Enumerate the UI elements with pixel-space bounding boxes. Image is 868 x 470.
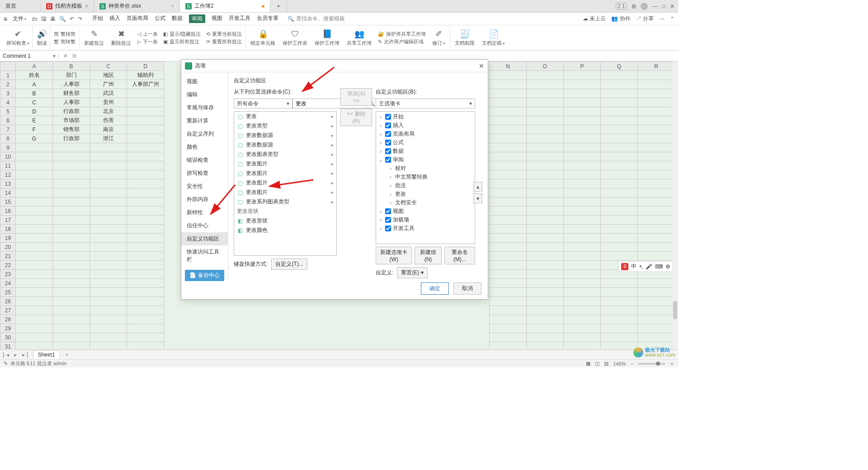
reset-all[interactable]: ⟳ 重置所有批注 xyxy=(206,38,242,45)
show-all-comments[interactable]: ▣ 显示所有批注 xyxy=(163,38,201,45)
side-item[interactable]: 颜色 xyxy=(181,141,228,154)
tree-checkbox[interactable] xyxy=(385,140,391,146)
reset-button[interactable]: 重置(E) ▾ xyxy=(397,267,427,278)
to-simplified[interactable]: 简 繁转简 xyxy=(54,31,75,38)
tab-formula[interactable]: 公式 xyxy=(155,14,165,23)
tab-template[interactable]: D 找稻壳模板 × xyxy=(41,0,94,12)
side-item[interactable]: 编辑 xyxy=(181,88,228,101)
row-header[interactable]: 13 xyxy=(0,179,16,188)
row-header[interactable]: 24 xyxy=(0,279,16,288)
tree-node[interactable]: ›插入 xyxy=(378,121,473,130)
apps-icon[interactable]: ⊞ xyxy=(632,3,636,9)
view-icon[interactable]: ▦ xyxy=(586,361,590,367)
move-up-button[interactable]: ▲ xyxy=(473,182,482,192)
fx-icon[interactable]: fx xyxy=(72,53,76,59)
list-item[interactable]: ◧更改颜色 xyxy=(234,226,336,235)
cell[interactable]: G xyxy=(16,134,53,143)
tree-node[interactable]: ›视图 xyxy=(378,207,473,216)
user-avatar[interactable] xyxy=(641,3,648,10)
tab-view[interactable]: 视图 xyxy=(212,14,222,23)
add-button[interactable]: 添加(A) >> xyxy=(340,88,372,106)
vertical-scrollbar[interactable] xyxy=(672,61,678,349)
zoom-in-icon[interactable]: ＋ xyxy=(670,360,675,367)
cell[interactable] xyxy=(127,107,164,116)
cell[interactable]: 人事部 xyxy=(53,80,90,89)
col-header[interactable]: C xyxy=(90,62,127,71)
list-item[interactable]: ▢更改▸ xyxy=(234,112,336,121)
row-header[interactable]: 20 xyxy=(0,243,16,252)
side-item[interactable]: 错误检查 xyxy=(181,154,228,167)
list-item[interactable]: ▢更改图片▸ xyxy=(234,188,336,197)
maximize-icon[interactable]: □ xyxy=(662,3,665,9)
tree-node[interactable]: ›数据 xyxy=(378,147,473,155)
close-icon[interactable]: ✕ xyxy=(479,62,484,70)
scroll-thumb[interactable] xyxy=(673,301,677,319)
print-icon[interactable]: 🖶 xyxy=(50,16,56,22)
side-item[interactable]: 新特性 xyxy=(181,206,228,219)
view-icon[interactable]: ▥ xyxy=(604,361,609,367)
cell[interactable]: 部门 xyxy=(53,71,90,80)
view-icon[interactable]: ◫ xyxy=(595,361,599,367)
zoom-value[interactable]: 145% xyxy=(613,361,626,367)
chevron-right-icon[interactable]: › xyxy=(388,165,393,172)
preview-icon[interactable]: 🔍 xyxy=(59,16,66,22)
row-header[interactable]: 16 xyxy=(0,207,16,216)
cell[interactable]: 浙江 xyxy=(90,134,127,143)
row-header[interactable]: 14 xyxy=(0,188,16,197)
dropdown-icon[interactable]: ▾ xyxy=(53,53,56,59)
chevron-right-icon[interactable]: › xyxy=(388,183,393,189)
ribbon-del-comment[interactable]: ✖删除批注 xyxy=(108,25,134,50)
row-header[interactable]: 15 xyxy=(0,197,16,207)
customize-shortcut-button[interactable]: 自定义(T)... xyxy=(271,258,307,270)
tree-child[interactable]: ›更改 xyxy=(378,190,473,198)
tree-node[interactable]: ›开发工具 xyxy=(378,224,473,233)
row-header[interactable]: 27 xyxy=(0,306,16,315)
ribbon-protect-book[interactable]: 📘保护工作簿 xyxy=(312,25,342,50)
ime-mic-icon[interactable]: 🎤 xyxy=(646,263,652,270)
cell[interactable] xyxy=(127,98,164,107)
side-item[interactable]: 外部内容 xyxy=(181,193,228,206)
tab-review[interactable]: 审阅 xyxy=(189,14,205,23)
new-tab-button[interactable]: ＋ xyxy=(270,0,287,12)
tree-child[interactable]: ›批注 xyxy=(378,181,473,190)
row-header[interactable]: 9 xyxy=(0,143,16,152)
ok-button[interactable]: 确定 xyxy=(421,282,449,295)
row-header[interactable]: 23 xyxy=(0,270,16,279)
list-item[interactable]: ◧更改形状 xyxy=(234,216,336,226)
row-header[interactable]: 30 xyxy=(0,333,16,342)
row-header[interactable]: 8 xyxy=(0,134,16,143)
cell[interactable]: 伤害 xyxy=(90,116,127,125)
row-header[interactable]: 7 xyxy=(0,125,16,134)
zoom-slider[interactable] xyxy=(638,363,665,365)
tab-data[interactable]: 数据 xyxy=(172,14,183,23)
col-header[interactable]: A xyxy=(16,62,53,71)
tree-node[interactable]: ›加载项 xyxy=(378,216,473,224)
chevron-right-icon[interactable]: › xyxy=(388,200,393,206)
redo-icon[interactable]: ↷ xyxy=(78,16,82,22)
chevron-right-icon[interactable]: › xyxy=(378,131,383,137)
chevron-right-icon[interactable]: › xyxy=(378,208,383,215)
tree-checkbox[interactable] xyxy=(385,217,391,223)
cell[interactable]: 销售部 xyxy=(53,125,90,134)
chevron-right-icon[interactable]: › xyxy=(378,114,383,120)
side-item[interactable]: 视图 xyxy=(181,75,228,88)
more-icon[interactable]: ⋯ xyxy=(659,16,665,22)
toggle-comment[interactable]: ◧ 显示/隐藏批注 xyxy=(163,31,201,38)
chevron-right-icon[interactable]: › xyxy=(378,148,383,155)
col-header[interactable]: B xyxy=(53,62,90,71)
open-icon[interactable]: 🗁 xyxy=(32,16,38,22)
side-item-customize-ribbon[interactable]: 自定义功能区 xyxy=(181,232,228,245)
list-item[interactable]: ▢更改图片▸ xyxy=(234,169,336,178)
row-header[interactable]: 19 xyxy=(0,234,16,243)
grid[interactable]: A B C D 1 姓名 部门 地区 辅助列 2A人事部广州人事部广州3B财务部… xyxy=(0,61,164,351)
side-item[interactable]: 安全性 xyxy=(181,180,228,193)
remove-button[interactable]: << 删除(R) xyxy=(340,108,372,126)
sheet-nav[interactable]: ǀ◂ ▸ ▸ǀ xyxy=(3,352,30,358)
side-item[interactable]: 信任中心 xyxy=(181,219,228,232)
list-item[interactable]: ▢更改图片▸ xyxy=(234,178,336,188)
row-header[interactable]: 3 xyxy=(0,89,16,98)
zoom-out-icon[interactable]: − xyxy=(631,361,633,367)
add-sheet-button[interactable]: ＋ xyxy=(63,351,71,358)
tab-file2[interactable]: S 工作簿2 xyxy=(180,0,270,12)
side-item[interactable]: 快速访问工具栏 xyxy=(181,245,228,266)
